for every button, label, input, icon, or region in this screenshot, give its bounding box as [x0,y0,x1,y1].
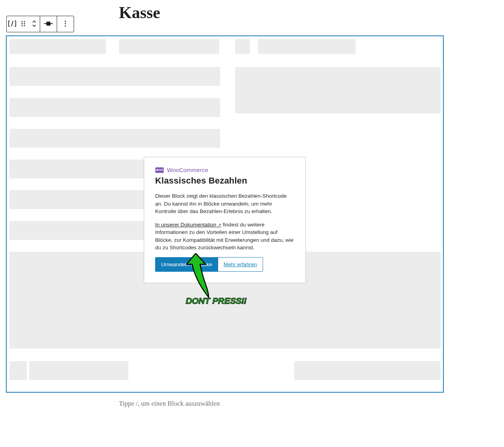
brand-label: WooCommerce [167,167,208,173]
popover-actions: Umwandeln in Blöcke Mehr erfahren [155,257,295,272]
drag-handle-button[interactable] [18,16,29,32]
svg-point-1 [24,21,25,22]
svg-point-4 [21,25,22,26]
paragraph-placeholder[interactable]: Tippe /, um einen Block auszuwählen [119,400,220,408]
svg-point-2 [21,23,22,24]
woo-badge-icon: WOO [155,167,164,173]
chevrons-updown-icon [32,20,37,28]
placeholder [9,129,220,148]
learn-more-button[interactable]: Mehr erfahren [218,257,263,272]
convert-to-blocks-button[interactable]: Umwandeln in Blöcke [155,257,218,272]
svg-point-10 [65,25,66,26]
external-link-icon: ↗ [218,223,221,227]
move-button[interactable] [29,16,40,32]
placeholder [29,361,128,380]
docs-link[interactable]: In unserer Dokumentation ↗ [155,222,221,228]
popover-heading: Klassisches Bezahlen [155,176,295,186]
convert-to-blocks-popover: WOO WooCommerce Klassisches Bezahlen Die… [144,157,306,283]
brand-row: WOO WooCommerce [155,167,295,173]
svg-point-9 [65,23,66,24]
placeholder [258,39,356,54]
align-icon [44,20,53,28]
svg-rect-7 [46,22,50,26]
drag-handle-icon [20,20,26,28]
placeholder [235,67,441,113]
kebab-icon [64,20,67,28]
placeholder [9,361,27,380]
svg-point-5 [24,25,25,26]
svg-point-3 [24,23,25,24]
placeholder [294,361,441,380]
block-type-button[interactable] [7,16,18,32]
svg-point-8 [65,20,66,22]
placeholder [119,39,219,54]
shortcode-icon [8,20,16,28]
placeholder [9,39,106,54]
page-title: Kasse [119,3,160,22]
more-options-button[interactable] [57,16,74,32]
placeholder [9,67,220,86]
popover-paragraph-2: In unserer Dokumentation ↗ findest du we… [155,221,295,252]
placeholder [9,98,220,117]
placeholder [235,39,250,54]
popover-paragraph-1: Dieser Block zeigt den klassischen Bezah… [155,192,295,215]
block-toolbar [6,16,74,32]
align-button[interactable] [40,16,57,32]
svg-point-0 [21,21,22,22]
